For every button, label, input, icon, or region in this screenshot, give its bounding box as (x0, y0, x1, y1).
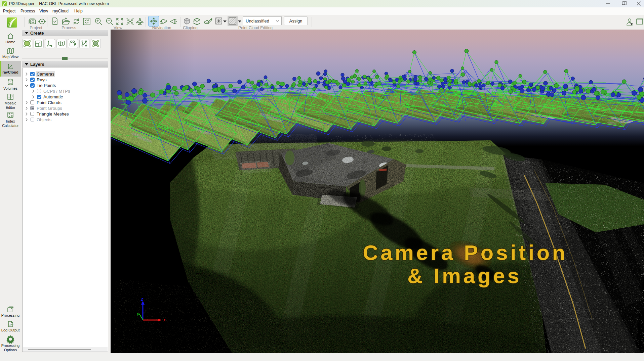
svg-text:Camera Position: Camera Position (363, 241, 568, 264)
svg-text:Z: Z (140, 297, 144, 302)
svg-text:& Images: & Images (407, 264, 522, 287)
svg-text:LOG: LOG (9, 323, 13, 326)
svg-text:X: X (163, 318, 166, 322)
